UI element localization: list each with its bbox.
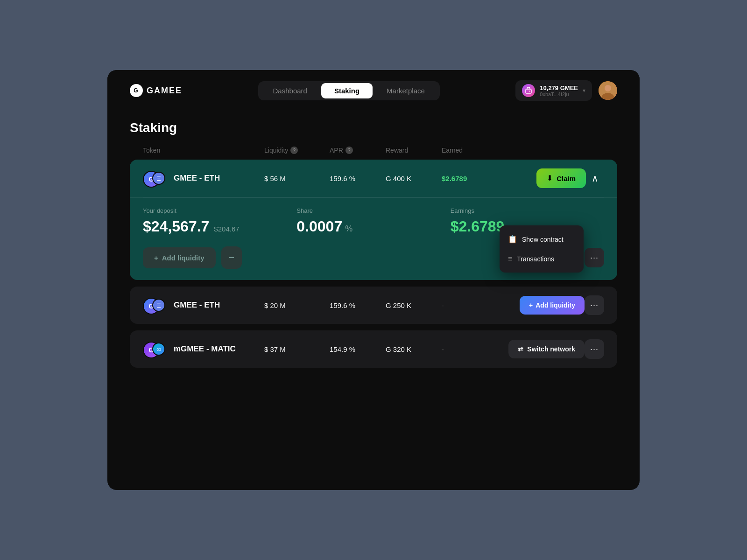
earnings-label: Earnings	[451, 207, 604, 214]
deposit-main: $24,567.7	[143, 218, 209, 235]
collapse-button[interactable]: ∧	[586, 169, 604, 188]
earned-value-3: -	[442, 345, 508, 353]
row-primary-mgmee-matic: G ∞ mGMEE - MATIC $ 37 M 154.9 % G 320 K…	[130, 330, 617, 368]
wallet-info[interactable]: 10,279 GMEE 0xbaT...4f2ju ▾	[515, 80, 592, 101]
svg-point-1	[529, 91, 530, 92]
book-icon: 📋	[508, 235, 517, 244]
add-plus-icon: +	[154, 254, 158, 262]
remove-liquidity-button[interactable]: −	[221, 246, 242, 269]
more-button-1[interactable]: ···	[585, 248, 604, 267]
staking-row-mgmee-matic: G ∞ mGMEE - MATIC $ 37 M 154.9 % G 320 K…	[130, 330, 617, 368]
wallet-chevron-icon: ▾	[583, 87, 585, 94]
token-info-gmee-eth-2: G Ξ GMEE - ETH	[143, 297, 264, 314]
apr-value-1: 159.6 %	[330, 175, 386, 182]
wallet-icon	[522, 84, 535, 97]
eth-token-icon-2: Ξ	[152, 299, 165, 312]
token-info-mgmee-matic: G ∞ mGMEE - MATIC	[143, 341, 264, 357]
logo: G GAMEE	[130, 84, 182, 97]
tab-marketplace[interactable]: Marketplace	[374, 83, 438, 98]
reward-value-1: G 400 K	[386, 175, 442, 182]
liquidity-value-2: $ 20 M	[264, 301, 330, 309]
token-icons-2: G Ξ	[143, 297, 167, 314]
main-content: Staking Token Liquidity ? APR ? Reward E…	[107, 111, 640, 397]
apr-value-2: 159.6 %	[330, 301, 386, 309]
tab-dashboard[interactable]: Dashboard	[260, 83, 320, 98]
header: G GAMEE Dashboard Staking Marketplace 10…	[107, 70, 640, 111]
show-contract-label: Show contract	[522, 236, 564, 243]
token-info-gmee-eth-1: G Ξ GMEE - ETH	[143, 170, 264, 187]
list-icon: ≡	[508, 255, 512, 263]
token-name-mgmee-matic: mGMEE - MATIC	[174, 344, 236, 354]
liquidity-value-3: $ 37 M	[264, 345, 330, 353]
token-icons-3: G ∞	[143, 341, 167, 357]
wallet-text: 10,279 GMEE 0xbaT...4f2ju	[540, 84, 578, 97]
token-icons: G Ξ	[143, 170, 167, 187]
wallet-address: 0xbaT...4f2ju	[540, 91, 578, 97]
wallet-amount: 10,279 GMEE	[540, 84, 578, 91]
col-liquidity: Liquidity ?	[264, 147, 330, 154]
logo-text: GAMEE	[147, 86, 182, 96]
svg-point-3	[605, 85, 611, 91]
transactions-label: Transactions	[517, 255, 554, 263]
deposit-usd: $204.67	[214, 225, 239, 233]
switch-network-label: Switch network	[527, 345, 575, 353]
share-label: Share	[296, 207, 450, 214]
share-amount: 0.0007 %	[296, 218, 450, 235]
col-token: Token	[143, 147, 264, 154]
header-right: 10,279 GMEE 0xbaT...4f2ju ▾	[515, 80, 617, 101]
apr-info-icon[interactable]: ?	[345, 147, 353, 154]
token-name-gmee-eth-1: GMEE - ETH	[174, 174, 220, 183]
add-liquidity-button-2[interactable]: + Add liquidity	[520, 296, 585, 315]
app-window: G GAMEE Dashboard Staking Marketplace 10…	[107, 70, 640, 490]
liquidity-value-1: $ 56 M	[264, 175, 330, 182]
tab-staking[interactable]: Staking	[321, 83, 373, 98]
nav-tabs: Dashboard Staking Marketplace	[258, 81, 440, 100]
table-header: Token Liquidity ? APR ? Reward Earned	[130, 147, 617, 160]
share-main: 0.0007	[296, 218, 342, 235]
earnings-main: $2.6789	[451, 218, 505, 235]
expanded-actions: + Add liquidity − 📋 Show contract ≡ Tran…	[130, 246, 617, 280]
staking-row-gmee-eth-1: G Ξ GMEE - ETH $ 56 M 159.6 % G 400 K $2…	[130, 160, 617, 280]
row-primary-gmee-eth-1: G Ξ GMEE - ETH $ 56 M 159.6 % G 400 K $2…	[130, 160, 617, 197]
transactions-item[interactable]: ≡ Transactions	[500, 249, 584, 269]
earned-value-1: $2.6789	[442, 175, 536, 182]
show-contract-item[interactable]: 📋 Show contract	[500, 229, 584, 249]
logo-icon: G	[130, 84, 143, 97]
matic-token-icon: ∞	[152, 343, 165, 356]
apr-value-3: 154.9 %	[330, 345, 386, 353]
deposit-amount: $24,567.7 $204.67	[143, 218, 296, 235]
share-pct: %	[345, 224, 352, 234]
add-plus-icon-2: +	[529, 301, 533, 309]
token-name-gmee-eth-2: GMEE - ETH	[174, 301, 220, 310]
more-button-2[interactable]: ···	[585, 295, 604, 315]
col-earned: Earned	[442, 147, 498, 154]
more-button-3[interactable]: ···	[585, 339, 604, 359]
switch-icon: ⇄	[518, 345, 523, 353]
eth-token-icon: Ξ	[152, 172, 165, 185]
col-apr: APR ?	[330, 147, 386, 154]
deposit-label: Your deposit	[143, 207, 296, 214]
liquidity-info-icon[interactable]: ?	[290, 147, 298, 154]
row-primary-gmee-eth-2: G Ξ GMEE - ETH $ 20 M 159.6 % G 250 K - …	[130, 287, 617, 324]
deposit-section: Your deposit $24,567.7 $204.67	[143, 207, 296, 235]
claim-down-icon: ⬇	[547, 174, 553, 182]
claim-button[interactable]: ⬇ Claim	[536, 168, 586, 188]
page-title: Staking	[130, 120, 617, 135]
earned-value-2: -	[442, 301, 520, 309]
switch-network-button[interactable]: ⇄ Switch network	[508, 340, 585, 358]
add-liquidity-label: Add liquidity	[162, 254, 204, 262]
dropdown-menu: 📋 Show contract ≡ Transactions	[500, 225, 584, 273]
claim-label: Claim	[557, 175, 576, 182]
col-reward: Reward	[386, 147, 442, 154]
add-liquidity-button-expanded[interactable]: + Add liquidity	[143, 247, 216, 268]
avatar[interactable]	[599, 81, 617, 100]
share-section: Share 0.0007 %	[296, 207, 450, 235]
reward-value-2: G 250 K	[386, 301, 442, 309]
staking-row-gmee-eth-2: G Ξ GMEE - ETH $ 20 M 159.6 % G 250 K - …	[130, 287, 617, 324]
add-liquidity-label-2: Add liquidity	[536, 301, 575, 309]
reward-value-3: G 320 K	[386, 345, 442, 353]
svg-rect-0	[526, 89, 531, 93]
